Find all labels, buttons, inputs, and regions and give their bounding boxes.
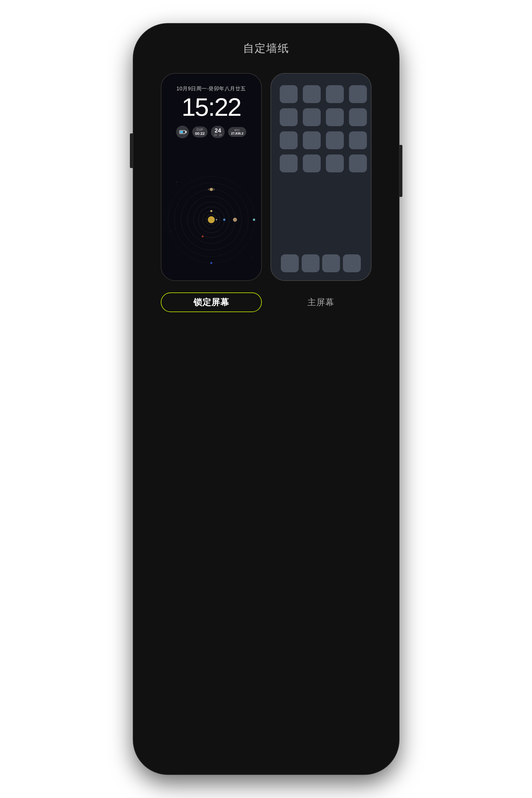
cup-label: CUP [196,128,203,131]
dock [280,254,362,272]
app-icon [303,131,321,149]
phone-frame: 自定墙纸 10月9日周一·癸卯年八月廿五 15:22 CUP 00:22 [133,24,399,774]
svg-point-13 [233,218,237,222]
lock-screen-button[interactable]: 锁定屏幕 [161,292,262,312]
app-icon [280,154,298,172]
bottom-labels: 锁定屏幕 主屏幕 [133,292,399,312]
battery-widget [176,126,189,138]
app-icon [349,131,367,149]
app-icon [349,108,367,126]
wallpaper-selector: 10月9日周一·癸卯年八月廿五 15:22 CUP 00:22 [133,73,399,281]
svg-point-20 [171,231,171,231]
app-icon [303,154,321,172]
svg-point-9 [216,219,217,221]
svg-point-12 [202,235,204,237]
calendar-inner: 24 15 24 [214,128,222,136]
home-screen-preview[interactable] [270,73,372,281]
svg-point-10 [210,210,212,212]
svg-point-21 [251,257,252,258]
svg-point-8 [208,216,215,223]
lock-time: 15:22 [182,94,241,120]
app-icon [326,131,344,149]
home-screen-label: 主屏幕 [307,297,334,308]
app-icon [349,85,367,103]
dock-icon [343,254,361,272]
btc-label: BTC [234,129,240,132]
dock-icon [281,254,299,272]
btc-value: 27,836.2 [231,132,243,135]
app-icon [280,85,298,103]
calendar-widget: 24 15 24 [211,126,225,138]
lock-widgets: CUP 00:22 24 15 24 [176,126,247,138]
solar-system [162,159,261,280]
battery-icon [179,130,186,134]
page-title: 自定墙纸 [243,41,289,56]
svg-point-16 [253,218,255,221]
cup-value: 00:22 [195,131,205,136]
svg-point-19 [246,179,246,179]
cal-number: 24 [215,128,221,133]
app-icon [349,154,367,172]
app-icon [303,108,321,126]
app-icon [280,108,298,126]
app-icon [326,108,344,126]
app-grid [280,85,362,172]
svg-point-14 [210,188,213,191]
btc-widget: BTC 27,836.2 [228,127,246,137]
solar-svg [165,173,258,266]
dock-icon [322,254,340,272]
dock-icon [302,254,320,272]
lock-screen-label: 锁定屏幕 [193,297,229,308]
home-screen-label-container[interactable]: 主屏幕 [270,292,372,312]
cup-widget: CUP 00:22 [192,127,208,137]
svg-point-17 [210,262,212,264]
lock-screen-preview[interactable]: 10月9日周一·癸卯年八月廿五 15:22 CUP 00:22 [161,73,262,281]
app-icon [303,85,321,103]
lock-date: 10月9日周一·癸卯年八月廿五 [176,85,246,92]
app-icon [326,154,344,172]
app-icon [326,85,344,103]
svg-point-18 [176,182,177,183]
app-icon [280,131,298,149]
cal-sub: 15 24 [214,133,222,136]
svg-point-11 [223,218,225,221]
